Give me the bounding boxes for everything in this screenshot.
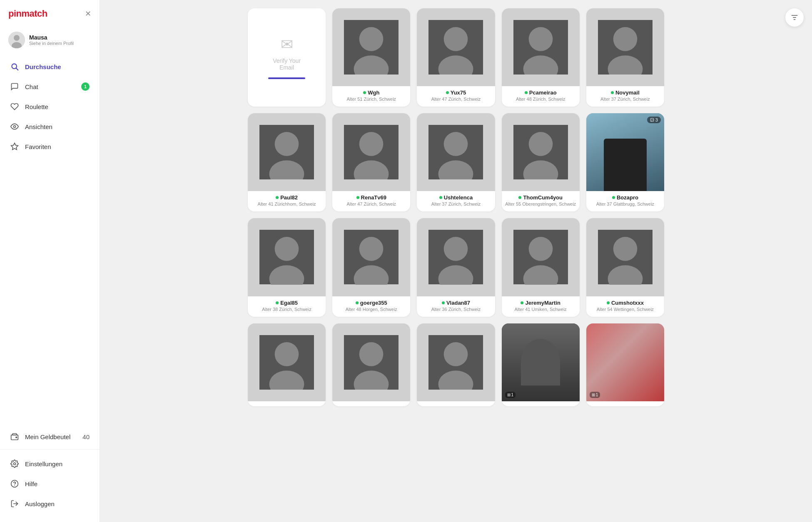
user-info-wgh: Wgh Alter 51 Zürich, Schweiz xyxy=(332,86,410,102)
sidebar: pinmatch ✕ Mausa Siehe in deinem Profil … xyxy=(0,0,100,522)
sidebar-item-hilfe[interactable]: Hilfe xyxy=(0,474,100,494)
user-info-novymail: Novymail Alter 37 Zürich, Schweiz xyxy=(586,86,664,102)
svg-point-58 xyxy=(275,342,299,366)
nav-section: Durchsuche Chat 1 Roulette xyxy=(0,57,100,423)
filter-button[interactable] xyxy=(785,8,804,27)
geldbeutel-count: 40 xyxy=(82,433,90,440)
user-avatar-row4-2 xyxy=(332,323,410,401)
user-card-yux75[interactable]: Yux75 Alter 47 Zürich, Schweiz xyxy=(417,8,495,107)
svg-point-9 xyxy=(14,463,16,465)
user-name-novymail: Novymail xyxy=(589,89,662,96)
user-info-bozapro: Bozapro Alter 37 Glattbrugg, Schweiz xyxy=(586,191,664,206)
profile-info: Mausa Siehe in deinem Profil xyxy=(29,34,74,46)
sidebar-label-roulette: Roulette xyxy=(25,103,48,110)
user-detail-cumshotxxx: Alter 54 Wettingen, Schweiz xyxy=(589,307,662,312)
user-detail-novymail: Alter 37 Zürich, Schweiz xyxy=(589,97,662,102)
user-card-vladan87[interactable]: Vladan87 Alter 36 Zürich, Schweiz xyxy=(417,218,495,316)
user-card-jeremymartin[interactable]: JeremyMartin Alter 41 Umiken, Schweiz xyxy=(502,218,580,316)
user-card-egal85[interactable]: Egal85 Alter 38 Zürich, Schweiz xyxy=(248,218,326,316)
sidebar-item-ansichten[interactable]: Ansichten xyxy=(0,117,100,137)
main-content: ✉ Verify YourEmail Wgh Alter 51 Zürich, … xyxy=(100,0,812,522)
sidebar-item-geldbeutel[interactable]: Mein Geldbeutel 40 xyxy=(0,427,100,447)
user-name-yux75: Yux75 xyxy=(419,89,492,96)
sidebar-label-hilfe: Hilfe xyxy=(25,480,37,487)
user-name-vladan87: Vladan87 xyxy=(419,300,492,306)
user-name-paul82: Paul82 xyxy=(250,194,323,201)
svg-point-5 xyxy=(14,126,16,128)
user-card-bozapro[interactable]: 3 Bozapro Alter 37 Glattbrugg, Schweiz xyxy=(586,113,664,211)
user-card-row4-1[interactable] xyxy=(248,323,326,406)
svg-point-52 xyxy=(528,237,553,261)
user-avatar-ushtelenca xyxy=(417,113,495,191)
sidebar-item-favoriten[interactable]: Favoriten xyxy=(0,137,100,157)
user-avatar-vladan87 xyxy=(417,218,495,296)
user-card-paul82[interactable]: Paul82 Alter 41 Zürichhom, Schweiz xyxy=(248,113,326,211)
user-detail-ushtelenca: Alter 37 Zürich, Schweiz xyxy=(419,201,492,206)
svg-point-38 xyxy=(528,132,553,156)
verify-progress-bar xyxy=(268,77,305,79)
user-avatar-jeremymartin xyxy=(502,218,580,296)
svg-marker-6 xyxy=(11,143,18,150)
user-avatar-yux75 xyxy=(417,8,495,86)
user-avatar-paul82 xyxy=(248,113,326,191)
sidebar-label-geldbeutel: Mein Geldbeutel xyxy=(25,433,70,440)
user-detail-goerge355: Alter 48 Horgen, Schweiz xyxy=(335,307,408,312)
user-info-jeremymartin: JeremyMartin Alter 41 Umiken, Schweiz xyxy=(502,296,580,312)
logo: pinmatch xyxy=(8,8,47,19)
user-info-thomcum4you: ThomCum4you Alter 55 Oberengstringen, Sc… xyxy=(502,191,580,206)
user-card-wgh[interactable]: Wgh Alter 51 Zürich, Schweiz xyxy=(332,8,410,107)
user-info-vladan87: Vladan87 Alter 36 Zürich, Schweiz xyxy=(417,296,495,312)
user-card-ushtelenca[interactable]: Ushtelenca Alter 37 Zürich, Schweiz xyxy=(417,113,495,211)
sidebar-item-einstellungen[interactable]: Einstellungen xyxy=(0,454,100,474)
user-avatar-cumshotxxx xyxy=(586,218,664,296)
user-name-pcameirao: Pcameirao xyxy=(504,89,577,96)
user-card-row4-2[interactable] xyxy=(332,323,410,406)
user-avatar-goerge355 xyxy=(332,218,410,296)
user-info-cumshotxxx: Cumshotxxx Alter 54 Wettingen, Schweiz xyxy=(586,296,664,312)
user-info-renatv69: RenaTv69 Alter 47 Zürich, Schweiz xyxy=(332,191,410,206)
user-avatar-pcameirao xyxy=(502,8,580,86)
verify-email-card[interactable]: ✉ Verify YourEmail xyxy=(248,8,326,107)
sidebar-item-roulette[interactable]: Roulette xyxy=(0,97,100,117)
chat-badge: 1 xyxy=(81,82,90,91)
user-avatar-row4-5: ⊞ 1 xyxy=(586,323,664,401)
user-avatar-row4-1 xyxy=(248,323,326,401)
user-detail-renatv69: Alter 47 Zürich, Schweiz xyxy=(335,201,408,206)
svg-point-35 xyxy=(444,132,468,156)
avatar xyxy=(8,32,25,48)
sidebar-profile[interactable]: Mausa Siehe in deinem Profil xyxy=(0,27,100,57)
user-avatar-wgh xyxy=(332,8,410,86)
user-name-egal85: Egal85 xyxy=(250,300,323,306)
photo-count-bozapro: 3 xyxy=(647,117,661,123)
user-card-renatv69[interactable]: RenaTv69 Alter 47 Zürich, Schweiz xyxy=(332,113,410,211)
user-avatar-row4-3 xyxy=(417,323,495,401)
user-detail-egal85: Alter 38 Zürich, Schweiz xyxy=(250,307,323,312)
sidebar-label-durchsuche: Durchsuche xyxy=(25,63,61,70)
sidebar-label-ansichten: Ansichten xyxy=(25,123,52,130)
sidebar-item-chat[interactable]: Chat 1 xyxy=(0,77,100,97)
nav-bottom: Einstellungen Hilfe Ausloggen xyxy=(0,449,100,514)
sidebar-item-ausloggen[interactable]: Ausloggen xyxy=(0,494,100,514)
eye-icon xyxy=(10,122,19,131)
user-card-goerge355[interactable]: goerge355 Alter 48 Horgen, Schweiz xyxy=(332,218,410,316)
star-icon xyxy=(10,142,19,151)
user-avatar-bozapro xyxy=(586,113,664,191)
close-icon[interactable]: ✕ xyxy=(85,9,91,18)
search-icon xyxy=(10,62,19,71)
sidebar-logo: pinmatch ✕ xyxy=(0,8,100,27)
svg-point-61 xyxy=(359,342,384,366)
user-name-goerge355: goerge355 xyxy=(335,300,408,306)
user-card-pcameirao[interactable]: Pcameirao Alter 48 Zürich, Schweiz xyxy=(502,8,580,107)
user-card-row4-3[interactable] xyxy=(417,323,495,406)
help-icon xyxy=(10,479,19,488)
user-card-row4-4[interactable]: ⊞ 1 xyxy=(502,323,580,406)
logout-icon xyxy=(10,499,19,508)
user-avatar-row4-4: ⊞ 1 xyxy=(502,323,580,401)
user-name-cumshotxxx: Cumshotxxx xyxy=(589,300,662,306)
sidebar-item-durchsuche[interactable]: Durchsuche xyxy=(0,57,100,77)
email-icon: ✉ xyxy=(281,36,293,53)
user-card-thomcum4you[interactable]: ThomCum4you Alter 55 Oberengstringen, Sc… xyxy=(502,113,580,211)
user-card-novymail[interactable]: Novymail Alter 37 Zürich, Schweiz xyxy=(586,8,664,107)
user-card-row4-5[interactable]: ⊞ 1 xyxy=(586,323,664,406)
user-card-cumshotxxx[interactable]: Cumshotxxx Alter 54 Wettingen, Schweiz xyxy=(586,218,664,316)
